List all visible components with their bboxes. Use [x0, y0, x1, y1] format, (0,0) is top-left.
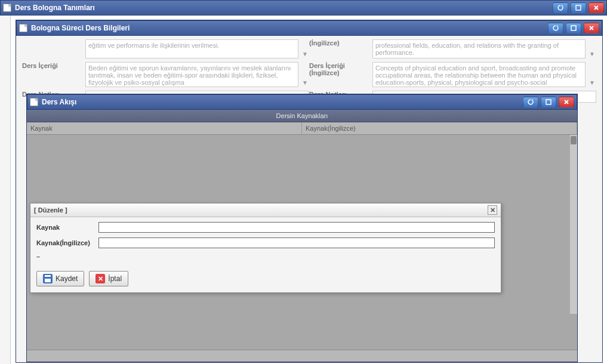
column-kaynak[interactable]: Kaynak: [27, 122, 302, 134]
value-r1-en: professional fields, education, and rela…: [372, 39, 586, 58]
refresh-button[interactable]: [548, 23, 563, 33]
titlebar-mid: Bologna Süreci Ders Bilgileri: [16, 20, 602, 36]
value-r1-tr: eğitim ve performans ile ilişkilerinin v…: [85, 39, 298, 58]
dialog-body: Kaynak Kaynak(İngilizce) –: [30, 217, 501, 271]
chevron-down-icon[interactable]: ▼: [589, 51, 596, 58]
close-button[interactable]: [584, 23, 599, 33]
svg-rect-0: [576, 5, 581, 10]
refresh-button[interactable]: [523, 97, 538, 107]
svg-rect-1: [571, 26, 576, 30]
window-controls: [548, 23, 599, 33]
column-kaynak-en[interactable]: Kaynak(İngilizce): [302, 122, 577, 134]
maximize-button[interactable]: [566, 23, 581, 33]
scrollbar-thumb[interactable]: [571, 136, 577, 144]
window-title: Ders Akışı: [42, 98, 523, 106]
label-ders-icerigi: Ders İçeriği: [22, 62, 82, 87]
document-icon: [30, 98, 38, 106]
refresh-button[interactable]: [553, 2, 568, 13]
dialog-title: [ Düzenle ]: [34, 206, 67, 214]
titlebar-inner: Ders Akışı: [27, 94, 577, 110]
label-ders-icerigi-en: Ders İçeriği (İngilizce): [309, 62, 369, 87]
input-kaynak-en[interactable]: [98, 237, 495, 248]
svg-rect-2: [546, 100, 551, 104]
cancel-label: İptal: [108, 274, 122, 283]
window-controls: [553, 2, 604, 13]
document-icon: [19, 24, 27, 32]
close-button[interactable]: [588, 2, 604, 13]
section-header: Dersin Kaynakları: [27, 110, 577, 122]
label-kaynak: Kaynak: [36, 224, 98, 231]
edit-dialog: [ Düzenle ] ✕ Kaynak Kaynak(İngilizce) –…: [30, 203, 501, 293]
close-button[interactable]: [559, 97, 574, 107]
column-headers: Kaynak Kaynak(İngilizce): [27, 122, 577, 135]
save-label: Kaydet: [56, 274, 78, 283]
chevron-down-icon[interactable]: ▼: [302, 51, 309, 58]
document-icon: [3, 4, 11, 12]
cancel-icon: ✕: [95, 274, 105, 283]
cancel-button[interactable]: ✕ İptal: [89, 271, 128, 286]
label-blank: [22, 39, 82, 58]
value-ders-icerigi-en: Concepts of physical education and sport…: [372, 62, 586, 87]
window-controls: [523, 97, 574, 107]
left-strip: [0, 16, 11, 364]
bottom-bar: [27, 350, 577, 362]
dialog-buttons: Kaydet ✕ İptal: [30, 271, 501, 292]
dialog-header: [ Düzenle ] ✕: [30, 203, 501, 217]
titlebar-outer: Ders Bologna Tanımları: [0, 0, 607, 16]
chevron-down-icon[interactable]: ▼: [302, 79, 309, 87]
maximize-button[interactable]: [541, 97, 556, 107]
label-kaynak-en: Kaynak(İngilizce): [36, 239, 98, 246]
window-title: Bologna Süreci Ders Bilgileri: [31, 24, 548, 32]
value-ders-icerigi: Beden eğitimi ve sporun kavramlarını, ya…: [85, 62, 298, 87]
dialog-close-button[interactable]: ✕: [488, 205, 497, 215]
save-button[interactable]: Kaydet: [36, 271, 84, 286]
window-title: Ders Bologna Tanımları: [15, 4, 553, 12]
input-kaynak[interactable]: [98, 222, 495, 233]
dash-separator: –: [36, 253, 495, 260]
maximize-button[interactable]: [571, 2, 586, 13]
chevron-down-icon[interactable]: ▼: [589, 79, 596, 87]
save-icon: [43, 274, 53, 283]
label-r1-en: (İngilizce): [309, 39, 369, 58]
